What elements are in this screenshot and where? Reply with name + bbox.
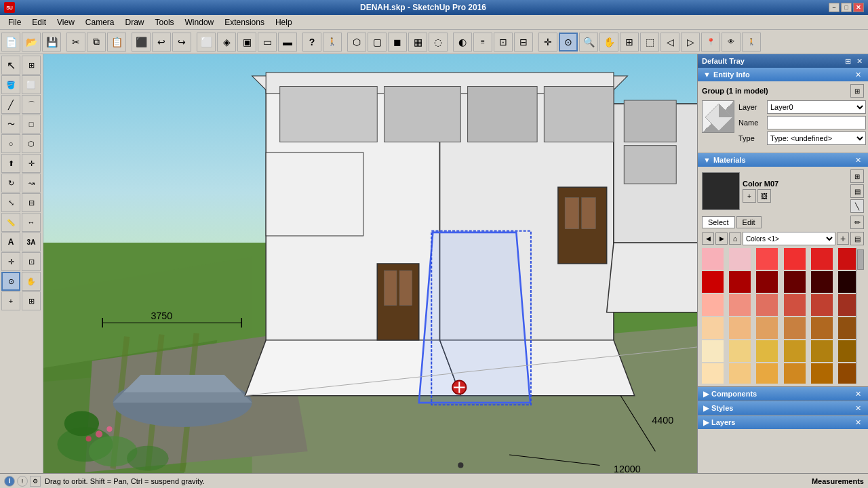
entity-info-options[interactable]: ⊞ [850,84,864,98]
layer-select[interactable]: Layer0 [767,100,866,114]
toolbar-iso[interactable]: ◈ [217,33,236,52]
tool-section-plane[interactable]: ⊡ [22,252,41,271]
toolbar-shadows[interactable]: ◐ [453,33,472,52]
color-swatch-cell[interactable] [729,317,751,339]
tool-3d-text[interactable]: 3A [22,232,41,251]
toolbar-wireframe[interactable]: ⬡ [347,33,366,52]
entity-info-close[interactable]: ✕ [854,70,863,79]
color-swatch-cell[interactable] [784,363,806,384]
menu-draw[interactable]: Draw [120,16,150,28]
type-select[interactable]: Type: <undefined> [767,131,866,145]
color-swatch-cell[interactable] [784,294,806,316]
color-swatch-cell[interactable] [729,363,751,384]
color-swatch-cell[interactable] [811,271,833,293]
menu-extensions[interactable]: Extensions [219,16,270,28]
collection-home-btn[interactable]: ⌂ [729,232,741,245]
material-thumbnail-btn[interactable]: 🖼 [757,189,771,203]
color-swatch-cell[interactable] [756,294,778,316]
tray-close-button[interactable]: ✕ [855,57,864,66]
tool-move[interactable]: ✛ [22,154,41,173]
toolbar-hidden-line[interactable]: ▢ [368,33,387,52]
menu-edit[interactable]: Edit [26,16,52,28]
tool-rotate[interactable]: ↻ [1,174,20,192]
close-button[interactable]: ✕ [853,3,864,12]
tool-zoom[interactable]: + [1,291,20,310]
color-swatch-cell[interactable] [702,317,724,339]
tool-orbit[interactable]: ⊙ [1,272,20,291]
color-swatch-cell[interactable] [729,271,751,293]
layers-header[interactable]: ▶ Layers ✕ [698,415,868,429]
tool-eraser[interactable]: ⬜ [22,75,41,94]
toolbar-undo[interactable]: ↩ [152,33,171,52]
tool-axes[interactable]: ✛ [1,252,20,271]
toolbar-help[interactable]: ? [302,33,321,52]
collection-back-btn[interactable]: ◀ [702,232,714,245]
toolbar-paste[interactable]: 📋 [107,33,126,52]
toolbar-look-around[interactable]: 👁 [722,33,741,52]
styles-header[interactable]: ▶ Styles ✕ [698,401,868,415]
material-options-btn[interactable]: ▤ [850,184,864,198]
material-create-btn[interactable]: + [743,189,756,203]
tool-follow-me[interactable]: ↝ [22,174,41,192]
color-swatch-cell[interactable] [784,317,806,339]
tool-zoom-ext[interactable]: ⊞ [22,291,41,310]
menu-help[interactable]: Help [270,16,298,28]
tool-line[interactable]: ╱ [1,95,20,114]
toolbar-monochrome[interactable]: ◌ [429,33,448,52]
materials-header[interactable]: ▼ Materials ✕ [698,153,868,167]
toolbar-front[interactable]: ▭ [258,33,277,52]
menu-view[interactable]: View [52,16,80,28]
viewport[interactable]: 3750 4400 12000 [43,54,697,473]
toolbar-prev-view[interactable]: ◁ [660,33,679,52]
tool-polygon[interactable]: ⬡ [22,134,41,153]
color-swatch-cell[interactable] [702,271,724,293]
tool-scale[interactable]: ⤡ [1,193,20,212]
tool-pan[interactable]: ✋ [22,272,41,291]
status-icon-info[interactable]: i [4,476,15,487]
collection-add-btn[interactable]: + [837,232,849,245]
tab-edit[interactable]: Edit [736,216,762,228]
tool-freehand[interactable]: 〜 [1,115,20,134]
color-scrollbar[interactable] [856,248,864,384]
toolbar-shaded[interactable]: ◼ [388,33,407,52]
maximize-button[interactable]: □ [841,3,852,12]
components-close[interactable]: ✕ [854,390,863,399]
components-header[interactable]: ▶ Components ✕ [698,387,868,401]
name-input[interactable] [767,116,866,129]
color-swatch-cell[interactable] [756,248,778,270]
color-swatch-cell[interactable] [729,248,751,270]
color-swatch-cell[interactable] [702,363,724,384]
color-swatch-cell[interactable] [756,340,778,362]
menu-window[interactable]: Window [180,16,220,28]
materials-close[interactable]: ✕ [854,156,863,165]
tray-options-button[interactable]: ⊞ [844,57,852,66]
material-detail-btn[interactable]: ⊞ [850,169,864,183]
toolbar-pos-cam[interactable]: 📍 [701,33,720,52]
status-icon-gear[interactable]: ⚙ [30,476,41,487]
edit-pencil-btn[interactable]: ✏ [850,216,864,229]
toolbar-perspective[interactable]: ⬜ [197,33,216,52]
tool-offset[interactable]: ⊟ [22,193,41,212]
tool-dimension[interactable]: ↔ [22,213,41,232]
tool-rect[interactable]: □ [22,115,41,134]
color-swatch-cell[interactable] [811,248,833,270]
toolbar-section-cuts[interactable]: ⊟ [514,33,533,52]
tool-arc[interactable]: ⌒ [22,95,41,114]
styles-close[interactable]: ✕ [854,404,863,413]
toolbar-back[interactable]: ▬ [278,33,297,52]
tool-circle[interactable]: ○ [1,134,20,153]
toolbar-cut[interactable]: ✂ [66,33,85,52]
minimize-button[interactable]: – [829,3,840,12]
collection-fwd-btn[interactable]: ▶ [715,232,728,245]
toolbar-copy[interactable]: ⧉ [87,33,106,52]
toolbar-top[interactable]: ▣ [237,33,256,52]
toolbar-open[interactable]: 📂 [22,33,41,52]
layers-close[interactable]: ✕ [854,418,863,427]
color-swatch-cell[interactable] [702,294,724,316]
color-swatch-cell[interactable] [756,317,778,339]
tool-text[interactable]: A [1,232,20,251]
collection-options-btn[interactable]: ▤ [850,232,864,245]
tool-component[interactable]: ⊞ [22,56,41,75]
toolbar-textured[interactable]: ▦ [408,33,427,52]
toolbar-fog[interactable]: ≡ [473,33,492,52]
